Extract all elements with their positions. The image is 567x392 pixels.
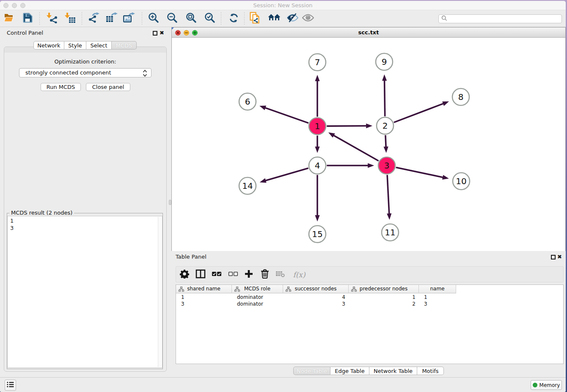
network-canvas[interactable]: 7968124314101511 (172, 38, 565, 251)
import-table-button[interactable] (64, 13, 77, 25)
table-cell: 4 (283, 294, 349, 301)
table-cell: 1 (419, 294, 456, 301)
control-panel-tab-mcds[interactable]: MCDS (112, 41, 137, 50)
table-cell: 3 (176, 301, 232, 307)
graph-arrowhead (387, 213, 391, 220)
mcds-result-title: MCDS result (2 nodes) (9, 210, 74, 216)
graph-edge-3-1[interactable] (333, 135, 378, 161)
add-column-button[interactable] (242, 268, 255, 281)
control-panel-tab-network[interactable]: Network (33, 41, 64, 50)
column-header-MCDS-role[interactable]: MCDS role (232, 285, 283, 293)
table-panel-title: Table Panel (176, 254, 206, 260)
zoom-out-button[interactable] (166, 13, 179, 25)
export-network-button[interactable] (88, 13, 101, 25)
import-table-icon (65, 12, 76, 25)
criterion-select[interactable]: strongly connected component (19, 68, 151, 77)
toolbar-separator (221, 12, 221, 25)
zoom-selected-button[interactable] (204, 13, 216, 25)
control-panel-tab-select[interactable]: Select (86, 41, 112, 50)
graph-edge-1-2[interactable] (327, 126, 367, 126)
column-header-name[interactable]: name (419, 285, 456, 293)
search-input[interactable] (448, 15, 561, 22)
function-builder-button[interactable]: f(x) (291, 268, 307, 281)
graph-arrowhead (366, 124, 372, 128)
graph-arrowhead (315, 215, 319, 221)
column-header-predecessor-nodes[interactable]: predecessor nodes (349, 285, 419, 293)
app-titlebar: Session: New Session (0, 1, 566, 10)
show-all-button[interactable] (302, 13, 314, 25)
table-settings-button[interactable] (178, 268, 191, 281)
graph-edge-2-8[interactable] (394, 103, 444, 122)
graph-node-label-14: 14 (242, 181, 253, 191)
toolbar-separator (39, 12, 40, 25)
graph-node-label-10: 10 (456, 176, 466, 186)
table-row[interactable]: 1dominator411 (176, 294, 456, 301)
delete-column-button[interactable] (259, 268, 271, 281)
hide-selected-button[interactable] (286, 13, 299, 25)
graph-edge-2-3[interactable] (385, 135, 386, 148)
column-header-shared-name[interactable]: shared name (176, 285, 232, 293)
table-tab-network-table[interactable]: Network Table (369, 367, 417, 375)
graph-arrowhead (382, 75, 387, 81)
table-cell: 1 (176, 294, 232, 301)
table-tab-node-table[interactable]: Node Table (293, 367, 330, 375)
control-panel-close-button[interactable]: ✖ (160, 30, 164, 36)
column-header-successor-nodes[interactable]: successor nodes (283, 285, 349, 293)
control-panel-tab-style[interactable]: Style (64, 41, 86, 50)
table-row[interactable]: 3dominator323 (176, 301, 456, 307)
table-cell: dominator (232, 294, 283, 301)
delete-table-button[interactable] (274, 268, 287, 281)
memory-label: Memory (539, 382, 560, 388)
search-field[interactable] (438, 14, 562, 23)
delete-table-icon (275, 270, 286, 280)
graph-edge-3-10[interactable] (396, 168, 444, 178)
graph-node-label-6: 6 (245, 97, 250, 107)
split-panel-button[interactable] (194, 268, 207, 281)
graph-arrowhead (260, 178, 267, 183)
table-panel-close-button[interactable]: ✖ (557, 254, 562, 259)
mcds-result-scrollbar[interactable] (158, 217, 162, 367)
first-neighbors-button[interactable] (268, 13, 281, 25)
zoom-in-button[interactable] (147, 13, 160, 25)
criterion-select-value: strongly connected component (25, 69, 111, 76)
control-panel-float-button[interactable] (153, 31, 157, 36)
graph-arrowhead (442, 175, 449, 179)
export-image-button[interactable] (123, 13, 135, 25)
graph-node-label-3: 3 (384, 160, 390, 171)
status-bar: Memory (0, 377, 566, 392)
import-network-button[interactable] (46, 13, 58, 25)
refresh-button[interactable] (227, 13, 240, 25)
mcds-result-fieldset: MCDS result (2 nodes) 13 (7, 213, 163, 369)
checked-boxes-icon (212, 269, 222, 280)
table-tab-edge-table[interactable]: Edge Table (330, 367, 369, 375)
open-session-button[interactable] (3, 13, 15, 25)
graph-node-label-8: 8 (458, 92, 464, 102)
deselect-all-button[interactable] (227, 268, 239, 281)
network-graph: 7968124314101511 (172, 38, 565, 251)
network-window-titlebar[interactable]: scc.txt (172, 28, 565, 38)
fit-content-button[interactable] (185, 13, 198, 25)
graph-edge-3-11[interactable] (387, 175, 389, 215)
save-session-button[interactable] (21, 13, 34, 25)
export-table-button[interactable] (105, 13, 118, 25)
graph-arrowhead (368, 163, 374, 168)
select-all-button[interactable] (210, 268, 223, 281)
zoom-selected-icon (204, 12, 215, 25)
mcds-result-area[interactable]: 13 (7, 216, 162, 368)
node-table[interactable]: shared name MCDS role successor nodes pr… (176, 284, 564, 364)
graph-edge-4-14[interactable] (264, 168, 308, 181)
list-icon (7, 381, 14, 389)
application-window: Session: New Session (0, 1, 566, 392)
graph-arrowhead (315, 146, 319, 153)
table-panel-float-button[interactable] (551, 255, 556, 259)
memory-button[interactable]: Memory (531, 380, 562, 390)
clone-network-button[interactable] (249, 13, 262, 25)
graph-node-label-2: 2 (383, 121, 388, 131)
graph-edge-2-9[interactable] (385, 80, 385, 116)
graph-edge-1-6[interactable] (264, 108, 308, 123)
table-toolbar: f(x) (176, 266, 564, 282)
run-mcds-button[interactable]: Run MCDS (41, 83, 81, 91)
close-panel-button[interactable]: Close panel (86, 83, 130, 91)
task-history-button[interactable] (5, 380, 16, 391)
table-tab-motifs[interactable]: Motifs (417, 367, 444, 375)
